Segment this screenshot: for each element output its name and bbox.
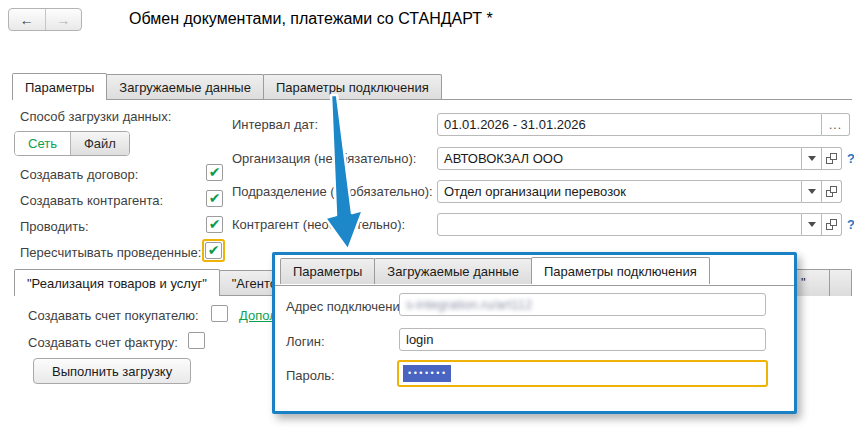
load-method-label: Способ загрузки данных: — [20, 109, 171, 124]
chevron-down-icon — [808, 189, 816, 194]
tab-sales-goods-services[interactable]: "Реализация товаров и услуг" — [14, 269, 220, 296]
forward-arrow-icon: → — [56, 12, 70, 28]
login-input[interactable]: login — [399, 328, 766, 351]
connection-address-input[interactable]: s-integration.ru/art112 — [399, 293, 766, 316]
tab-fragment-right-2[interactable] — [829, 269, 852, 296]
organization-label: Организация (необязательно): — [232, 151, 416, 166]
connection-address-value: s-integration.ru/art112 — [406, 297, 532, 312]
tab-fragment-right[interactable]: " — [793, 269, 830, 296]
overlay-tab-parameters[interactable]: Параметры — [280, 258, 375, 284]
open-form-icon — [826, 153, 837, 164]
tab-label: Загружаемые данные — [387, 264, 519, 279]
overlay-tab-connection-parameters[interactable]: Параметры подключения — [531, 257, 710, 284]
counterparty-open-button[interactable] — [822, 213, 842, 236]
password-label: Пароль: — [286, 368, 335, 383]
open-form-icon — [826, 186, 837, 197]
connection-parameters-panel: Параметры Загружаемые данные Параметры п… — [272, 252, 797, 414]
tab-label: Загружаемые данные — [119, 80, 251, 95]
create-tax-invoice-label: Создавать счет фактуру: — [28, 335, 178, 350]
tab-parameters[interactable]: Параметры — [12, 73, 107, 100]
load-method-switch: Сеть Файл — [14, 131, 130, 156]
overlay-tabstrip: Параметры Загружаемые данные Параметры п… — [280, 257, 709, 284]
department-label: Подразделение (необязательно): — [232, 184, 433, 199]
check-icon: ✔ — [209, 191, 221, 205]
create-tax-invoice-checkbox[interactable] — [188, 332, 205, 349]
tab-label: Параметры — [25, 80, 94, 95]
login-value: login — [406, 332, 433, 347]
department-input[interactable]: Отдел организации перевозок — [437, 180, 802, 203]
run-load-button[interactable]: Выполнить загрузку — [33, 358, 191, 384]
overlay-tabstrip-rule — [275, 285, 794, 286]
date-interval-label: Интервал дат: — [232, 117, 318, 132]
chevron-down-icon — [808, 222, 816, 227]
post-documents-label: Проводить: — [20, 219, 89, 234]
password-input[interactable]: ••••••• — [397, 360, 768, 387]
counterparty-dropdown-button[interactable] — [802, 213, 822, 236]
nav-history-group: ← → — [8, 8, 82, 31]
organization-input[interactable]: АВТОВОКЗАЛ ООО — [437, 147, 802, 170]
check-icon: ✔ — [208, 243, 220, 257]
date-interval-row: 01.01.2026 - 31.01.2026 ... — [437, 113, 850, 136]
create-contract-label: Создавать договор: — [20, 167, 138, 182]
tab-label: Параметры подключения — [544, 264, 697, 279]
forward-button[interactable]: → — [46, 9, 82, 30]
create-contract-checkbox[interactable]: ✔ — [206, 164, 223, 181]
overlay-tab-loaded-data[interactable]: Загружаемые данные — [374, 258, 532, 284]
department-open-button[interactable] — [822, 180, 842, 203]
department-dropdown-button[interactable] — [802, 180, 822, 203]
organization-dropdown-button[interactable] — [802, 147, 822, 170]
counterparty-label: Контрагент (необязательно): — [232, 217, 405, 232]
department-row: Отдел организации перевозок — [437, 180, 842, 203]
recalc-posted-focus-ring: ✔ — [202, 239, 225, 262]
organization-row: АВТОВОКЗАЛ ООО — [437, 147, 842, 170]
tab-label: " — [801, 275, 806, 290]
load-method-net-option[interactable]: Сеть — [15, 132, 70, 155]
counterparty-row — [437, 213, 842, 236]
connection-address-label: Адрес подключения: — [286, 299, 410, 314]
load-method-file-option[interactable]: Файл — [70, 132, 129, 155]
back-arrow-icon: ← — [20, 12, 34, 28]
counterparty-help-icon[interactable]: ? — [847, 217, 854, 232]
check-icon: ✔ — [209, 165, 221, 179]
tab-label: Параметры — [293, 264, 362, 279]
counterparty-input[interactable] — [437, 213, 802, 236]
recalc-posted-checkbox[interactable]: ✔ — [205, 242, 222, 259]
page-title: Обмен документами, платежами со СТАНДАРТ… — [129, 10, 493, 28]
department-value: Отдел организации перевозок — [444, 184, 626, 199]
back-button[interactable]: ← — [9, 9, 46, 30]
create-buyer-invoice-label: Создавать счет покупателю: — [28, 308, 199, 323]
recalc-posted-label: Пересчитывать проведенные: — [20, 245, 201, 260]
organization-open-button[interactable] — [822, 147, 842, 170]
date-interval-value: 01.01.2026 - 31.01.2026 — [444, 117, 586, 132]
main-tabstrip-rule — [12, 99, 852, 100]
main-tabstrip: Параметры Загружаемые данные Параметры п… — [12, 73, 441, 100]
open-form-icon — [826, 219, 837, 230]
date-interval-input[interactable]: 01.01.2026 - 31.01.2026 — [437, 113, 822, 136]
check-icon: ✔ — [209, 217, 221, 231]
tab-label: Параметры подключения — [276, 80, 429, 95]
run-load-button-label: Выполнить загрузку — [52, 364, 172, 379]
app-window: ← → Обмен документами, платежами со СТАН… — [0, 0, 854, 435]
tab-label: "Реализация товаров и услуг" — [27, 276, 207, 291]
tab-label: "Агенто — [232, 276, 277, 291]
create-counterparty-checkbox[interactable]: ✔ — [206, 190, 223, 207]
organization-help-icon[interactable]: ? — [847, 151, 854, 166]
tab-loaded-data[interactable]: Загружаемые данные — [106, 74, 264, 100]
organization-value: АВТОВОКЗАЛ ООО — [444, 151, 563, 166]
password-masked-value: ••••••• — [403, 365, 451, 382]
create-buyer-invoice-checkbox[interactable] — [211, 305, 228, 322]
post-documents-checkbox[interactable]: ✔ — [206, 216, 223, 233]
date-interval-picker-button[interactable]: ... — [822, 113, 850, 136]
login-label: Логин: — [286, 334, 325, 349]
tab-connection-parameters[interactable]: Параметры подключения — [263, 74, 442, 100]
create-counterparty-label: Создавать контрагента: — [20, 193, 163, 208]
ellipsis-icon: ... — [829, 118, 842, 132]
chevron-down-icon — [808, 156, 816, 161]
